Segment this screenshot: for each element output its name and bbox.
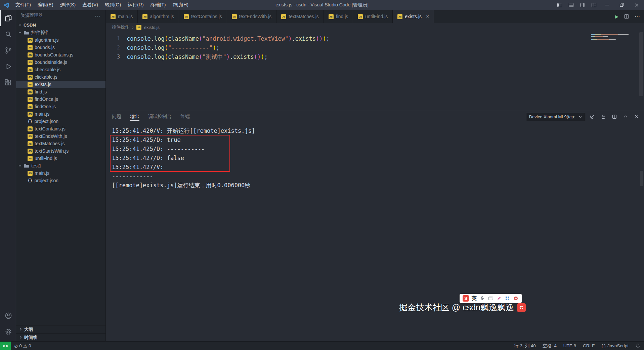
settings-gear-icon[interactable]	[0, 324, 16, 340]
editor-tab[interactable]: JSmain.js	[106, 10, 138, 23]
tree-file[interactable]: JSfindOnce.js	[16, 95, 105, 103]
tree-file[interactable]: JScheckable.js	[16, 66, 105, 73]
problems-status[interactable]: ⊘ 0 ⚠ 0	[11, 343, 34, 349]
extensions-icon[interactable]	[0, 75, 16, 91]
js-file-icon: JS	[28, 156, 33, 161]
tree-file[interactable]: JSmain.js	[16, 110, 105, 118]
maximize-panel-icon[interactable]	[621, 113, 630, 121]
menu-item[interactable]: 编辑(E)	[34, 0, 57, 10]
mic-icon[interactable]	[479, 296, 485, 301]
panel-tab[interactable]: 终端	[180, 110, 190, 123]
menu-item[interactable]: 选择(S)	[57, 0, 79, 10]
close-panel-icon[interactable]	[633, 113, 641, 121]
wrench-icon[interactable]	[513, 296, 519, 301]
minimize-icon[interactable]	[600, 0, 614, 10]
tree-file[interactable]: JStextEndsWith.js	[16, 132, 105, 140]
breadcrumb-file[interactable]: exists.js	[144, 25, 160, 30]
menu-item[interactable]: 帮助(H)	[169, 0, 191, 10]
breadcrumb-folder[interactable]: 控件操作	[112, 24, 129, 30]
tree-file[interactable]: JSfind.js	[16, 88, 105, 95]
editor-tab[interactable]: JSalgorithm.js	[138, 10, 179, 23]
handwriting-icon[interactable]	[496, 296, 502, 301]
menu-item[interactable]: 终端(T)	[147, 0, 169, 10]
file-label: textEndsWith.js	[35, 133, 67, 139]
menu-item[interactable]: 查看(V)	[79, 0, 101, 10]
output-line: [[remote]exists.js]运行结束，用时0.006000秒	[112, 181, 644, 190]
ime-toolbar[interactable]: S 英	[460, 294, 522, 303]
keyboard-icon[interactable]	[488, 296, 493, 301]
tree-folder[interactable]: 控件操作	[16, 29, 105, 36]
tree-file[interactable]: JSexists.js	[16, 81, 105, 88]
panel-tab[interactable]: 输出	[130, 110, 139, 123]
ime-language-toggle[interactable]: 英	[472, 295, 477, 302]
tree-file[interactable]: JSclickable.js	[16, 73, 105, 81]
timeline-section[interactable]: 时间线	[16, 333, 105, 341]
source-control-icon[interactable]	[0, 42, 16, 59]
customize-layout-icon[interactable]	[588, 0, 600, 10]
account-icon[interactable]	[0, 308, 16, 324]
tree-file[interactable]: JSboundsContains.js	[16, 51, 105, 59]
editor-tab[interactable]: JStextContains.js	[179, 10, 227, 23]
toggle-sidebar-icon[interactable]	[554, 0, 565, 10]
cursor-position[interactable]: 行 3, 列 40	[511, 343, 539, 349]
editor-tab[interactable]: JSfind.js	[324, 10, 353, 23]
editor-tab[interactable]: JSexists.js×	[393, 10, 434, 23]
tree-file[interactable]: JSalgorithm.js	[16, 36, 105, 44]
more-actions-icon[interactable]: ···	[95, 13, 101, 18]
more-actions-icon[interactable]: ···	[635, 13, 640, 20]
search-icon[interactable]	[0, 26, 16, 42]
run-debug-icon[interactable]	[0, 59, 16, 75]
tree-folder[interactable]: test1	[16, 162, 105, 169]
tree-file[interactable]: {}project.json	[16, 177, 105, 184]
editor-scrollbar[interactable]	[639, 32, 643, 96]
restore-icon[interactable]	[614, 0, 629, 10]
close-icon[interactable]: ×	[426, 13, 429, 20]
toolbox-icon[interactable]	[505, 296, 510, 301]
editor-tab[interactable]: JStextMatches.js	[276, 10, 324, 23]
editor-tab[interactable]: JStextEndsWith.js	[227, 10, 276, 23]
close-window-icon[interactable]	[629, 0, 644, 10]
panel-tab[interactable]: 调试控制台	[148, 110, 172, 123]
tree-file[interactable]: JSbounds.js	[16, 44, 105, 51]
code-editor[interactable]: 1console.log(className("android.widget.T…	[106, 32, 644, 110]
panel-tab[interactable]: 问题	[112, 110, 121, 123]
tree-file[interactable]: JStextMatches.js	[16, 140, 105, 147]
language-mode[interactable]: { } JavaScript	[598, 343, 632, 348]
tree-file[interactable]: JSuntilFind.js	[16, 155, 105, 162]
file-tree: 控件操作JSalgorithm.jsJSbounds.jsJSboundsCon…	[16, 29, 105, 184]
output-content[interactable]: 15:25:41.420/V: 开始运行[[remote]exists.js]1…	[106, 123, 644, 341]
explorer-icon[interactable]	[0, 10, 16, 26]
breadcrumb[interactable]: 控件操作 › JS exists.js	[106, 23, 644, 32]
panel-header: 问题输出调试控制台终端 Device Xiaomi MI 9(tcp:	[106, 110, 644, 123]
toggle-panel-icon[interactable]	[565, 0, 577, 10]
file-label: bounds.js	[35, 45, 55, 50]
encoding[interactable]: UTF-8	[560, 343, 579, 348]
notifications-bell-icon[interactable]	[632, 343, 644, 349]
lock-scroll-icon[interactable]	[599, 113, 607, 121]
tree-file[interactable]: JStextStartsWith.js	[16, 147, 105, 155]
tree-file[interactable]: JSboundsInside.js	[16, 59, 105, 66]
clear-output-icon[interactable]	[588, 113, 596, 121]
split-editor-icon[interactable]	[624, 14, 629, 19]
workspace-root[interactable]: CSDN	[16, 21, 105, 29]
outline-section[interactable]: 大纲	[16, 325, 105, 333]
js-file-icon: JS	[136, 25, 141, 30]
menu-item[interactable]: 转到(G)	[101, 0, 124, 10]
minimap[interactable]	[591, 34, 635, 40]
eol-selector[interactable]: CRLF	[579, 343, 598, 348]
remote-indicator[interactable]: ><	[0, 342, 11, 350]
editor-tab[interactable]: JSuntilFind.js	[353, 10, 393, 23]
open-output-in-editor-icon[interactable]	[610, 113, 618, 121]
tree-file[interactable]: JSfindOne.js	[16, 103, 105, 110]
menu-item[interactable]: 运行(R)	[124, 0, 147, 10]
tree-file[interactable]: JStextContains.js	[16, 125, 105, 132]
output-channel-select[interactable]: Device Xiaomi MI 9(tcp:	[526, 113, 585, 121]
panel-scrollbar[interactable]	[640, 171, 643, 186]
tree-file[interactable]: {}project.json	[16, 118, 105, 125]
menu-item[interactable]: 文件(F)	[12, 0, 34, 10]
toggle-secondary-sidebar-icon[interactable]	[577, 0, 588, 10]
indentation[interactable]: 空格: 4	[539, 343, 560, 349]
sogou-logo-icon[interactable]: S	[463, 295, 469, 302]
run-code-icon[interactable]: ▶	[615, 14, 618, 19]
tree-file[interactable]: JSmain.js	[16, 169, 105, 177]
